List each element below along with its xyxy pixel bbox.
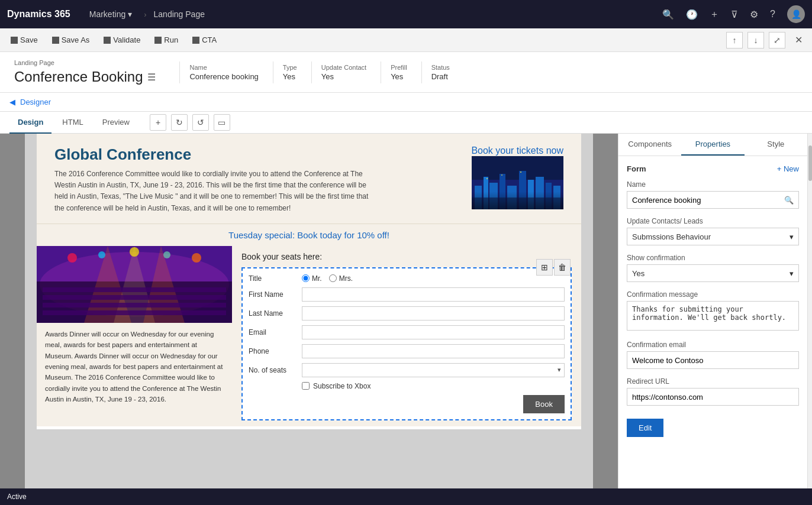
main-toolbar: Save Save As Validate Run CTA ↑ ↓ ⤢ ✕ xyxy=(0,28,812,52)
designer-toggle-icon[interactable]: ◀ xyxy=(9,98,15,106)
form-field-email: Email xyxy=(249,325,565,339)
save-as-icon xyxy=(52,37,59,44)
cta-button[interactable]: CTA xyxy=(186,33,223,47)
top-navigation: Dynamics 365 Marketing ▾ › Landing Page … xyxy=(0,0,812,28)
panel-field-confirmation-email: Confirmation email xyxy=(627,341,799,369)
edit-button[interactable]: Edit xyxy=(627,419,663,437)
validate-icon xyxy=(104,37,111,44)
svg-rect-23 xyxy=(43,295,226,300)
page-subtitle: Landing Page xyxy=(14,59,156,66)
radio-mrs[interactable]: Mrs. xyxy=(329,274,353,283)
main-layout: Global Conference The 2016 Conference Co… xyxy=(0,134,812,488)
svg-point-27 xyxy=(98,251,105,258)
cta-icon xyxy=(192,37,199,44)
meta-type: Type Yes xyxy=(273,61,311,83)
svg-point-13 xyxy=(486,178,488,179)
redo-button[interactable]: ↻ xyxy=(171,114,188,131)
panel-new-button[interactable]: + New xyxy=(777,164,799,173)
subscribe-label: Subscribe to Xbox xyxy=(313,382,370,390)
add-icon[interactable]: ＋ xyxy=(710,8,719,21)
form-delete-icon[interactable]: 🗑 xyxy=(554,259,571,276)
page-header: Landing Page Conference Booking ☰ Name C… xyxy=(0,52,812,93)
panel-name-input[interactable] xyxy=(632,196,784,205)
form-action-buttons: ⊞ 🗑 xyxy=(536,259,571,276)
panel-field-show-confirmation: Show confirmation Yes ▾ xyxy=(627,254,799,282)
expand-button[interactable]: ⤢ xyxy=(769,32,785,48)
tab-html[interactable]: HTML xyxy=(54,112,91,134)
conference-left-column: Awards Dinner will occur on Wednesday fo… xyxy=(37,246,232,426)
add-element-button[interactable]: + xyxy=(150,114,166,131)
show-confirmation-dropdown[interactable]: Yes ▾ xyxy=(627,264,799,282)
form-field-phone: Phone xyxy=(249,344,565,358)
panel-tab-style[interactable]: Style xyxy=(745,134,807,156)
meta-update-contact: Update Contact Yes xyxy=(311,61,381,83)
conference-body: Awards Dinner will occur on Wednesday fo… xyxy=(37,246,581,426)
close-button[interactable]: ✕ xyxy=(790,32,807,48)
subscribe-checkbox[interactable] xyxy=(302,382,310,390)
update-contacts-dropdown[interactable]: Submssions Behaviour ▾ xyxy=(627,228,799,245)
layout-button[interactable]: ▭ xyxy=(214,114,230,131)
redirect-url-label: Redirect URL xyxy=(627,377,799,386)
svg-point-29 xyxy=(163,251,170,258)
page-title-menu-icon[interactable]: ☰ xyxy=(147,72,156,83)
filter-icon[interactable]: ⊽ xyxy=(731,9,738,20)
form-field-firstname: First Name xyxy=(249,287,565,302)
tab-design[interactable]: Design xyxy=(9,112,51,134)
svg-rect-24 xyxy=(43,303,226,307)
save-as-button[interactable]: Save As xyxy=(46,33,96,47)
scroll-down-button[interactable]: ↓ xyxy=(747,32,764,48)
panel-tab-properties[interactable]: Properties xyxy=(681,134,744,156)
meta-status: Status Draft xyxy=(421,61,464,83)
undo-button[interactable]: ↺ xyxy=(192,114,209,131)
panel-section-title: Form xyxy=(627,164,646,173)
run-button[interactable]: Run xyxy=(149,33,184,47)
panel-name-input-wrapper: 🔍 xyxy=(627,191,799,209)
history-icon[interactable]: 🕐 xyxy=(686,9,698,20)
firstname-label: First Name xyxy=(249,290,302,299)
validate-button[interactable]: Validate xyxy=(98,33,146,47)
designer-label: Designer xyxy=(20,98,51,106)
confirmation-message-textarea[interactable]: Thanks for submitting your information. … xyxy=(627,301,799,331)
canvas-area: Global Conference The 2016 Conference Co… xyxy=(0,134,618,488)
right-scrollbar[interactable] xyxy=(807,134,812,488)
conference-form-area: Book your seats here: ⊞ 🗑 Title xyxy=(232,246,581,426)
show-confirmation-label: Show confirmation xyxy=(627,254,799,262)
svg-point-15 xyxy=(520,171,521,173)
lastname-label: Last Name xyxy=(249,309,302,318)
panel-tab-components[interactable]: Components xyxy=(618,134,681,156)
title-label: Title xyxy=(249,274,302,283)
form-container: ⊞ 🗑 Title Mr. xyxy=(241,267,572,420)
search-icon[interactable]: 🔍 xyxy=(662,9,674,20)
help-icon[interactable]: ? xyxy=(770,9,775,20)
form-section-title: Book your seats here: xyxy=(241,252,572,261)
book-button[interactable]: Book xyxy=(523,395,565,413)
conference-venue-photo xyxy=(37,246,232,323)
phone-input[interactable] xyxy=(302,344,565,358)
confirmation-message-label: Confirmation message xyxy=(627,290,799,299)
update-contacts-label: Update Contacts/ Leads xyxy=(627,217,799,225)
save-button[interactable]: Save xyxy=(5,33,44,47)
confirmation-email-input[interactable] xyxy=(627,351,799,369)
tab-preview[interactable]: Preview xyxy=(94,112,138,134)
svg-point-14 xyxy=(501,174,502,176)
seats-select[interactable] xyxy=(302,363,565,377)
book-tickets-link[interactable]: Book your tickets now xyxy=(471,145,563,156)
email-input[interactable] xyxy=(302,325,565,339)
brand-name: Dynamics 365 xyxy=(7,9,70,20)
firstname-input[interactable] xyxy=(302,287,565,302)
lastname-input[interactable] xyxy=(302,306,565,321)
page-canvas[interactable]: Global Conference The 2016 Conference Co… xyxy=(37,134,581,429)
module-selector[interactable]: Marketing ▾ xyxy=(82,9,141,19)
redirect-url-input[interactable] xyxy=(627,388,799,406)
radio-mr[interactable]: Mr. xyxy=(302,274,322,283)
svg-point-26 xyxy=(67,253,77,263)
scroll-up-button[interactable]: ↑ xyxy=(726,32,743,48)
svg-rect-25 xyxy=(43,310,226,315)
show-confirmation-chevron-icon: ▾ xyxy=(790,269,794,278)
form-submit-area: Book xyxy=(249,395,565,413)
scrollbar-thumb xyxy=(808,145,812,181)
form-resize-icon[interactable]: ⊞ xyxy=(536,259,553,276)
update-contacts-value: Submssions Behaviour xyxy=(632,232,711,241)
user-avatar[interactable]: 👤 xyxy=(787,5,805,23)
settings-icon[interactable]: ⚙ xyxy=(750,9,758,20)
